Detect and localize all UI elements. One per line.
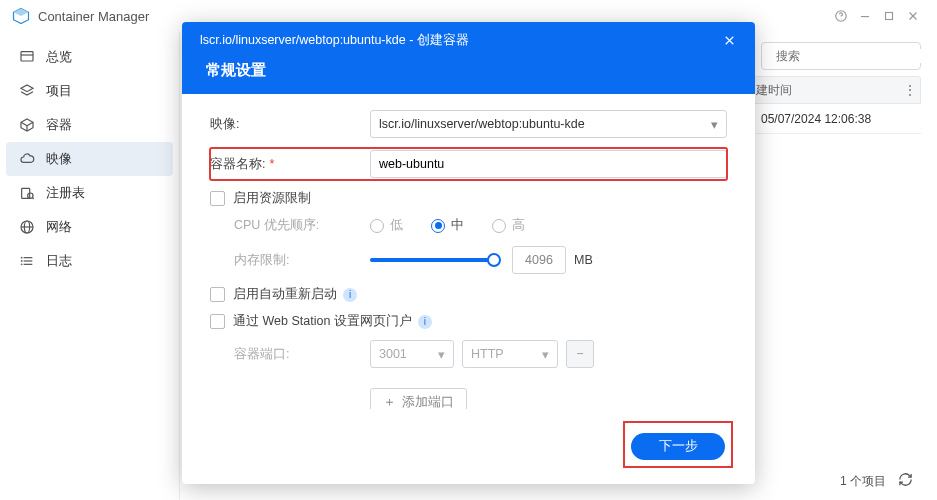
cpu-priority-label: CPU 优先顺序: bbox=[234, 217, 370, 234]
container-port-label: 容器端口: bbox=[234, 346, 370, 363]
modal-header: lscr.io/linuxserver/webtop:ubuntu-kde - … bbox=[182, 22, 755, 94]
plus-icon: ＋ bbox=[383, 394, 396, 410]
protocol-select[interactable]: HTTP▾ bbox=[462, 340, 558, 368]
remove-port-button[interactable]: − bbox=[566, 340, 594, 368]
webstation-checkbox[interactable] bbox=[210, 314, 225, 329]
chevron-down-icon: ▾ bbox=[711, 117, 718, 132]
webstation-label: 通过 Web Station 设置网页门户 bbox=[233, 313, 412, 330]
cpu-radio-low[interactable]: 低 bbox=[370, 217, 403, 234]
create-container-modal: lscr.io/linuxserver/webtop:ubuntu-kde - … bbox=[182, 22, 755, 484]
auto-restart-label: 启用自动重新启动 bbox=[233, 286, 337, 303]
resource-limit-checkbox[interactable] bbox=[210, 191, 225, 206]
cpu-radio-mid[interactable]: 中 bbox=[431, 217, 464, 234]
image-select-value: lscr.io/linuxserver/webtop:ubuntu-kde bbox=[379, 117, 585, 131]
cpu-radio-high[interactable]: 高 bbox=[492, 217, 525, 234]
memory-slider[interactable] bbox=[370, 258, 500, 262]
memory-unit: MB bbox=[574, 253, 593, 267]
info-icon[interactable]: i bbox=[343, 288, 357, 302]
modal-close-button[interactable] bbox=[721, 33, 737, 49]
memory-limit-label: 内存限制: bbox=[234, 252, 370, 269]
memory-input[interactable]: 4096 bbox=[512, 246, 566, 274]
cpu-priority-group: 低 中 高 bbox=[370, 217, 525, 234]
auto-restart-checkbox[interactable] bbox=[210, 287, 225, 302]
container-name-input[interactable] bbox=[370, 150, 727, 178]
next-button[interactable]: 下一步 bbox=[631, 433, 725, 460]
modal-title: lscr.io/linuxserver/webtop:ubuntu-kde - … bbox=[200, 32, 469, 49]
image-label: 映像: bbox=[210, 116, 370, 133]
chevron-down-icon: ▾ bbox=[542, 347, 549, 362]
info-icon[interactable]: i bbox=[418, 315, 432, 329]
image-select[interactable]: lscr.io/linuxserver/webtop:ubuntu-kde ▾ bbox=[370, 110, 727, 138]
container-name-label: 容器名称:* bbox=[210, 156, 370, 173]
modal-subtitle: 常规设置 bbox=[206, 61, 737, 80]
chevron-down-icon: ▾ bbox=[438, 347, 445, 362]
port-select[interactable]: 3001▾ bbox=[370, 340, 454, 368]
add-port-button[interactable]: ＋ 添加端口 bbox=[370, 388, 467, 409]
resource-limit-label: 启用资源限制 bbox=[233, 190, 311, 207]
